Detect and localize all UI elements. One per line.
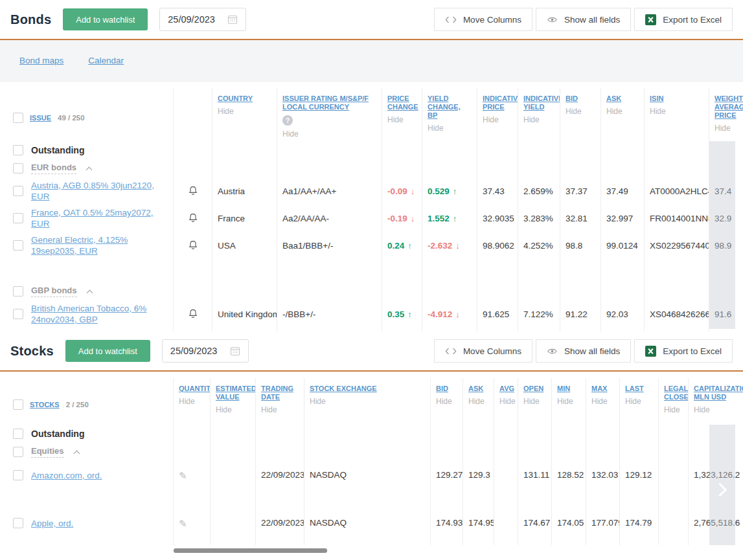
bid-value: 32.81 xyxy=(566,214,588,223)
calendar-icon[interactable] xyxy=(227,14,238,25)
row-checkbox[interactable] xyxy=(13,240,23,251)
column-header-min[interactable]: MIN xyxy=(557,385,570,393)
column-header-quantity[interactable]: QUANTITY xyxy=(179,385,211,393)
stock-link[interactable]: Amazon.com, ord. xyxy=(31,470,102,481)
hide-link[interactable]: Hide xyxy=(216,405,232,414)
column-header-weighted-avg-price[interactable]: WEIGHTED AVERAGE PRICE xyxy=(714,95,743,120)
hide-link[interactable]: Hide xyxy=(566,107,582,116)
column-header-trading-date[interactable]: TRADING DATE xyxy=(261,385,299,401)
hide-link[interactable]: Hide xyxy=(499,397,516,406)
column-header-stocks[interactable]: STOCKS xyxy=(30,401,60,409)
column-header-ask[interactable]: ASK xyxy=(606,95,621,103)
collapse-chevron-icon[interactable] xyxy=(73,450,80,456)
column-header-max[interactable]: MAX xyxy=(591,385,607,393)
bonds-export-to-excel-button[interactable]: Export to Excel xyxy=(634,8,733,31)
stock-link[interactable]: Apple, ord. xyxy=(31,518,73,529)
tab-bond-maps[interactable]: Bond maps xyxy=(19,56,63,65)
bell-icon[interactable] xyxy=(187,308,200,320)
select-all-checkbox[interactable] xyxy=(13,399,23,410)
select-all-checkbox[interactable] xyxy=(13,113,23,123)
column-header-price-change[interactable]: PRICE CHANGE xyxy=(387,95,418,111)
row-checkbox[interactable] xyxy=(13,213,23,223)
group-label[interactable]: GBP bonds xyxy=(31,286,77,297)
bonds-move-columns-button[interactable]: Move Columns xyxy=(434,8,532,31)
hide-link[interactable]: Hide xyxy=(218,107,234,116)
bell-icon[interactable] xyxy=(187,185,200,197)
hide-link[interactable]: Hide xyxy=(625,397,641,406)
hide-link[interactable]: Hide xyxy=(606,107,623,116)
hide-link[interactable]: Hide xyxy=(310,397,326,406)
stocks-date-input[interactable] xyxy=(170,346,223,356)
column-header-estimated-value[interactable]: ESTIMATED VALUE xyxy=(216,385,256,401)
hide-link[interactable]: Hide xyxy=(591,397,608,406)
collapse-chevron-icon[interactable] xyxy=(86,166,93,173)
column-header-isin[interactable]: ISIN xyxy=(650,95,663,103)
edit-quantity-icon[interactable]: ✎ xyxy=(179,470,187,482)
group-checkbox[interactable] xyxy=(13,145,23,155)
hide-link[interactable]: Hide xyxy=(523,115,540,124)
hide-link[interactable]: Hide xyxy=(468,397,485,406)
hide-link[interactable]: Hide xyxy=(179,397,195,406)
bond-link[interactable]: France, OAT 0.5% 25may2072, EUR xyxy=(31,207,168,229)
hide-link[interactable]: Hide xyxy=(664,405,680,414)
row-checkbox[interactable] xyxy=(13,186,23,196)
horizontal-scrollbar-thumb[interactable] xyxy=(174,548,327,553)
hide-link[interactable]: Hide xyxy=(557,397,573,406)
column-header-avg[interactable]: AVG xyxy=(499,385,514,393)
column-header-capitalization[interactable]: CAPITALIZATION MLN USD xyxy=(694,385,743,401)
hide-link[interactable]: Hide xyxy=(650,107,666,116)
group-checkbox[interactable] xyxy=(13,286,23,297)
bonds-date-input[interactable] xyxy=(168,14,221,25)
help-icon[interactable]: ? xyxy=(282,115,293,126)
column-header-stock-exchange[interactable]: STOCK EXCHANGE xyxy=(310,385,377,393)
stocks-add-to-watchlist-button[interactable]: Add to watchlist xyxy=(65,340,150,362)
column-header-issuer-rating[interactable]: ISSUER RATING M/S&P/F LOCAL CURRENCY xyxy=(282,95,376,111)
hide-link[interactable]: Hide xyxy=(523,397,540,406)
hide-link[interactable]: Hide xyxy=(694,405,710,414)
tab-calendar[interactable]: Calendar xyxy=(88,56,124,65)
column-header-legal-close[interactable]: LEGAL CLOSE xyxy=(664,385,689,401)
hide-link[interactable]: Hide xyxy=(261,405,277,414)
stocks-show-all-fields-button[interactable]: Show all fields xyxy=(536,339,631,363)
column-header-yield-change[interactable]: YIELD CHANGE, BP xyxy=(428,95,472,120)
column-header-country[interactable]: COUNTRY xyxy=(218,95,253,103)
hide-link[interactable]: Hide xyxy=(483,115,499,124)
scroll-right-button[interactable] xyxy=(713,483,727,497)
column-header-indicative-yield[interactable]: INDICATIVE YIELD xyxy=(523,95,560,111)
column-header-ask[interactable]: ASK xyxy=(468,385,483,393)
column-header-last[interactable]: LAST xyxy=(625,385,644,393)
edit-quantity-icon[interactable]: ✎ xyxy=(179,518,187,530)
row-checkbox[interactable] xyxy=(13,470,23,480)
calendar-icon[interactable] xyxy=(230,346,240,356)
hide-link[interactable]: Hide xyxy=(436,397,452,406)
bond-link[interactable]: British American Tobacco, 6% 24nov2034, … xyxy=(31,303,168,325)
row-checkbox[interactable] xyxy=(13,309,23,319)
hide-link[interactable]: Hide xyxy=(714,124,731,133)
column-header-bid[interactable]: BID xyxy=(566,95,578,103)
stocks-date-picker[interactable] xyxy=(162,339,249,363)
stocks-move-columns-button[interactable]: Move Columns xyxy=(434,339,532,363)
bond-link[interactable]: Austria, AGB 0.85% 30jun2120, EUR xyxy=(31,180,168,202)
bonds-date-picker[interactable] xyxy=(159,8,246,31)
group-checkbox[interactable] xyxy=(13,429,23,439)
bell-icon[interactable] xyxy=(187,212,200,225)
collapse-chevron-icon[interactable] xyxy=(86,289,93,296)
bonds-add-to-watchlist-button[interactable]: Add to watchlist xyxy=(63,8,148,30)
column-header-indicative-price[interactable]: INDICATIVE PRICE xyxy=(483,95,518,111)
column-header-bid[interactable]: BID xyxy=(436,385,448,393)
country-value: Austria xyxy=(218,186,245,196)
hide-link[interactable]: Hide xyxy=(282,129,299,139)
bond-link[interactable]: General Electric, 4.125% 19sep2035, EUR xyxy=(31,234,168,256)
group-checkbox[interactable] xyxy=(13,163,23,174)
column-header-open[interactable]: OPEN xyxy=(523,385,543,393)
group-label[interactable]: EUR bonds xyxy=(31,162,76,174)
hide-link[interactable]: Hide xyxy=(428,124,444,133)
group-label[interactable]: Equities xyxy=(31,446,64,458)
bell-icon[interactable] xyxy=(187,239,200,252)
column-header-issue[interactable]: ISSUE xyxy=(30,114,51,122)
group-checkbox[interactable] xyxy=(13,447,23,457)
stocks-export-to-excel-button[interactable]: Export to Excel xyxy=(634,339,733,363)
hide-link[interactable]: Hide xyxy=(387,115,404,124)
bonds-show-all-fields-button[interactable]: Show all fields xyxy=(536,8,631,31)
row-checkbox[interactable] xyxy=(13,518,23,528)
